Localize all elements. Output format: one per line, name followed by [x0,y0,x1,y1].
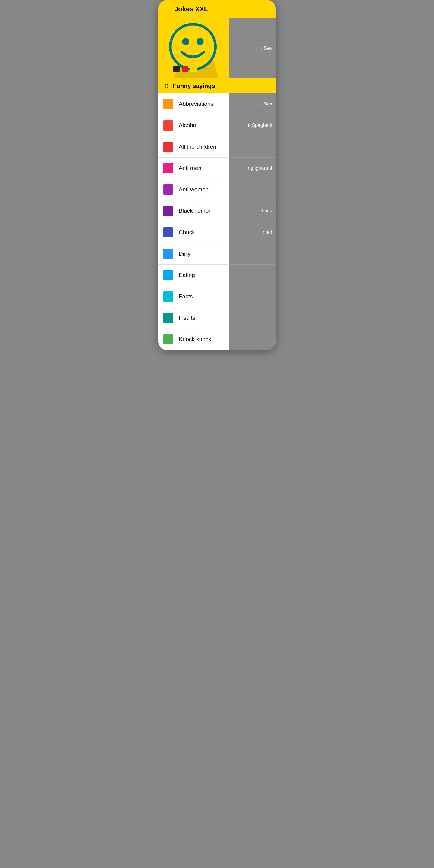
right-panel-item-6: ctions [229,200,276,222]
dot-black [173,66,180,72]
right-panel-item-11 [229,307,276,329]
nav-label-facts: Facts [179,293,193,300]
nav-label-eating: Eating [179,272,195,278]
color-box-anti-women [163,184,173,195]
hero-area: t Sex [158,18,276,79]
hero-right-text: t Sex [260,45,273,52]
color-box-facts [163,291,173,302]
right-panel-item-3 [229,136,276,158]
color-dots [173,66,197,72]
nav-label-all-the-children: All the children [179,144,216,150]
back-button[interactable]: ← [163,5,170,13]
smiley-icon [166,21,220,72]
nav-item-alcohol[interactable]: Alcohol [158,115,229,136]
color-box-black-humor [163,206,173,216]
nav-item-abbreviations[interactable]: Abbreviations [158,93,229,115]
nav-label-insults: Insults [179,315,195,321]
smiley-small-icon: ☺ [163,82,170,90]
nav-label-dirty: Dirty [179,250,190,257]
nav-item-knock-knock[interactable]: Knock knock [158,329,229,350]
nav-label-black-humor: Black humor [179,208,211,214]
color-box-knock-knock [163,334,173,344]
nav-item-anti-women[interactable]: Anti women [158,179,229,200]
right-panel-item-5 [229,179,276,200]
svg-point-1 [182,38,189,45]
nav-item-anti-men[interactable]: Anti men [158,158,229,179]
color-box-eating [163,270,173,280]
right-panel-item-2: ut Spaghetti [229,115,276,136]
right-panel: t Sex ut Spaghetti ng Ignorant ctions nt… [229,93,276,350]
dot-yellow [190,66,197,72]
nav-label-alcohol: Alcohol [179,122,197,129]
color-box-all-the-children [163,142,173,152]
svg-point-0 [170,24,216,69]
nav-label-chuck: Chuck [179,229,195,236]
nav-label-anti-women: Anti women [179,186,209,193]
nav-label-knock-knock: Knock knock [179,336,211,343]
right-panel-item-1: t Sex [229,93,276,115]
right-panel-item-4: ng Ignorant [229,158,276,179]
right-panel-text-7: nted [263,230,272,235]
svg-point-2 [196,38,204,45]
right-panel-text-4: ng Ignorant [248,165,272,171]
color-box-alcohol [163,120,173,130]
nav-item-dirty[interactable]: Dirty [158,243,229,265]
right-panel-item-10 [229,286,276,307]
nav-label-abbreviations: Abbreviations [179,101,213,107]
app-title: Jokes XXL [175,5,208,13]
phone-container: ← Jokes XXL t Sex [158,0,276,350]
color-box-chuck [163,227,173,238]
nav-item-chuck[interactable]: Chuck [158,222,229,243]
nav-item-insults[interactable]: Insults [158,307,229,329]
section-header: ☺ Funny sayings [158,79,276,93]
nav-item-black-humor[interactable]: Black humor [158,200,229,222]
nav-item-all-the-children[interactable]: All the children [158,136,229,158]
color-box-dirty [163,249,173,259]
app-bar: ← Jokes XXL [158,0,276,18]
nav-list: Abbreviations Alcohol All the children A… [158,93,229,350]
right-panel-text-2: ut Spaghetti [247,123,272,128]
color-box-anti-men [163,163,173,173]
color-box-insults [163,313,173,323]
right-panel-item-7: nted [229,222,276,243]
right-panel-text-6: ctions [259,208,272,214]
right-panel-item-12 [229,329,276,350]
right-panel-text-1: t Sex [261,101,272,107]
right-panel-item-8 [229,243,276,265]
right-panel-item-9 [229,265,276,286]
nav-label-anti-men: Anti men [179,165,201,172]
dot-red [182,66,188,72]
nav-item-facts[interactable]: Facts [158,286,229,307]
main-content: Abbreviations Alcohol All the children A… [158,93,276,350]
nav-item-eating[interactable]: Eating [158,265,229,286]
section-header-label: Funny sayings [173,83,215,90]
color-box-abbreviations [163,99,173,109]
